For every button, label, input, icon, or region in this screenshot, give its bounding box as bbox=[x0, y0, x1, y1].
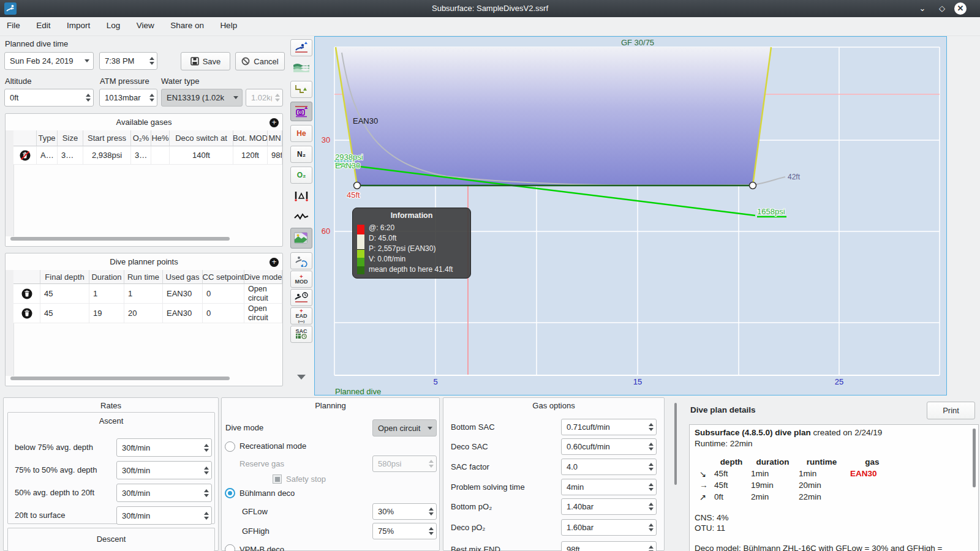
planner-handle[interactable] bbox=[750, 182, 756, 189]
gfhigh-spinner[interactable]: 75% bbox=[372, 523, 437, 539]
delete-point-button[interactable] bbox=[13, 304, 40, 323]
vpmb-deco-radio[interactable] bbox=[225, 544, 235, 551]
point-depth-cell[interactable]: 45 bbox=[40, 304, 89, 323]
menu-file[interactable]: File bbox=[0, 17, 27, 34]
diver-clock-icon bbox=[294, 291, 309, 304]
surface-waves-toggle[interactable] bbox=[290, 59, 312, 76]
deco-sac-spinner[interactable]: 0.60cuft/min bbox=[561, 438, 657, 455]
dive-mode-combobox[interactable]: Open circuit bbox=[372, 419, 437, 437]
menu-log[interactable]: Log bbox=[100, 17, 127, 34]
ruler-toggle[interactable] bbox=[290, 187, 312, 204]
toolbar-scroll-down[interactable] bbox=[293, 371, 310, 383]
rate-spinner-4[interactable]: 30ft/min bbox=[116, 506, 212, 525]
segment-gas: EAN30 bbox=[850, 469, 877, 478]
he-icon: He bbox=[296, 129, 306, 138]
ndl-toggle[interactable] bbox=[290, 289, 312, 306]
gas-o2-cell[interactable]: 3… bbox=[131, 146, 151, 165]
point-runtime-cell[interactable]: 1 bbox=[124, 284, 163, 304]
gas-deco-switch-cell[interactable]: 140ft bbox=[170, 146, 233, 165]
ead-icon: +EAD(•••) bbox=[295, 309, 307, 324]
segment-arrow-level: → bbox=[699, 481, 708, 490]
point-depth-cell[interactable]: 45 bbox=[40, 284, 89, 304]
o2-graph-toggle[interactable]: O₂ bbox=[290, 167, 312, 184]
ead-toggle[interactable]: +EAD(•••) bbox=[290, 307, 312, 324]
bottom-po2-spinner[interactable]: 1.40bar bbox=[561, 498, 657, 515]
gases-hscrollbar[interactable] bbox=[10, 237, 230, 241]
ascent-rate-toggle[interactable] bbox=[290, 39, 312, 56]
gas-start-press-cell[interactable]: 2,938psi bbox=[83, 146, 131, 165]
save-button[interactable]: Save bbox=[181, 52, 230, 70]
point-divemode-cell[interactable]: Open circuit bbox=[244, 304, 282, 323]
point-gas-cell[interactable]: EAN30 bbox=[163, 304, 203, 323]
menu-import[interactable]: Import bbox=[60, 17, 97, 34]
minimize-button[interactable]: ⌄ bbox=[916, 2, 929, 15]
maximize-button[interactable]: ◇ bbox=[936, 2, 948, 15]
delete-gas-button[interactable] bbox=[13, 146, 37, 165]
gas-size-cell[interactable]: 3… bbox=[58, 146, 83, 165]
atm-pressure-spinner[interactable]: 1013mbar bbox=[99, 89, 157, 107]
point-row: 45 19 20 EAN30 0 Open circuit bbox=[13, 304, 282, 323]
point-duration-cell[interactable]: 19 bbox=[89, 304, 124, 323]
menu-view[interactable]: View bbox=[130, 17, 161, 34]
atm-pressure-label: ATM pressure bbox=[100, 77, 149, 86]
gflow-spinner[interactable]: 30% bbox=[372, 503, 437, 520]
dive-date-combobox[interactable]: Sun Feb 24, 2019 bbox=[4, 52, 94, 70]
rate-label-4: 20ft to surface bbox=[15, 506, 65, 525]
heartrate-toggle[interactable] bbox=[290, 208, 312, 225]
col-bot-mod: Bot. MOD bbox=[233, 130, 268, 146]
print-button[interactable]: Print bbox=[927, 402, 975, 419]
sac-factor-spinner[interactable]: 4.0 bbox=[561, 459, 657, 475]
best-mix-end-spinner[interactable]: 98ft bbox=[561, 541, 657, 551]
setpoint-toggle-selected[interactable] bbox=[290, 102, 312, 121]
tooltip-speed: V: 0.0ft/min bbox=[369, 255, 405, 263]
rate-spinner-2[interactable]: 30ft/min bbox=[116, 461, 212, 479]
buhlmann-deco-radio-selected[interactable] bbox=[225, 488, 235, 498]
bottom-splitter-scrollbar[interactable] bbox=[674, 403, 677, 485]
col-used-gas: Used gas bbox=[163, 270, 203, 284]
point-row: 45 1 1 EAN30 0 Open circuit bbox=[13, 284, 282, 304]
deco-po2-spinner[interactable]: 1.60bar bbox=[561, 519, 657, 536]
water-type-combobox[interactable]: EN13319 (1.02k bbox=[161, 89, 243, 107]
rate-spinner-1[interactable]: 30ft/min bbox=[116, 438, 212, 457]
close-button[interactable]: ✕ bbox=[954, 2, 967, 15]
plan-vscrollbar[interactable] bbox=[973, 429, 976, 487]
rebreather-toggle[interactable] bbox=[290, 252, 312, 269]
dive-time-spinner[interactable]: 7:38 PM bbox=[99, 52, 157, 70]
point-setpoint-cell[interactable]: 0 bbox=[203, 284, 244, 304]
cancel-button[interactable]: Cancel bbox=[235, 52, 285, 70]
col-duration: Duration bbox=[89, 270, 124, 284]
rate-spinner-3[interactable]: 30ft/min bbox=[116, 484, 212, 502]
gas-type-cell[interactable]: A… bbox=[37, 146, 58, 165]
add-gas-button[interactable]: + bbox=[270, 118, 279, 127]
recreational-mode-radio[interactable] bbox=[225, 441, 235, 452]
point-duration-cell[interactable]: 1 bbox=[89, 284, 124, 304]
gas-row: A… 3… 2,938psi 3… 140ft 120ft 98f bbox=[13, 146, 282, 165]
planner-handle[interactable] bbox=[354, 182, 361, 189]
photos-toggle-selected[interactable] bbox=[290, 228, 312, 249]
problem-solving-time-spinner[interactable]: 4min bbox=[561, 479, 657, 495]
n2-icon: N₂ bbox=[297, 150, 306, 159]
bottom-sac-spinner[interactable]: 0.71cuft/min bbox=[561, 419, 657, 435]
menu-edit[interactable]: Edit bbox=[29, 17, 57, 34]
add-point-button[interactable]: + bbox=[270, 258, 279, 267]
point-setpoint-cell[interactable]: 0 bbox=[203, 304, 244, 323]
he-graph-toggle[interactable]: He bbox=[290, 125, 312, 142]
depth-tick-30: 30 bbox=[322, 135, 330, 144]
point-gas-cell[interactable]: EAN30 bbox=[163, 284, 203, 304]
sac-toggle[interactable]: SAC bbox=[290, 326, 312, 343]
mod-toggle[interactable]: +MOD bbox=[290, 271, 312, 288]
menu-share-on[interactable]: Share on bbox=[164, 17, 211, 34]
point-runtime-cell[interactable]: 20 bbox=[124, 304, 163, 323]
gas-bot-mod-cell[interactable]: 120ft bbox=[233, 146, 268, 165]
gas-he-cell[interactable] bbox=[151, 146, 170, 165]
menu-help[interactable]: Help bbox=[213, 17, 244, 34]
point-divemode-cell[interactable]: Open circuit bbox=[244, 284, 282, 304]
n2-graph-toggle[interactable]: N₂ bbox=[290, 146, 312, 163]
ceiling-toggle[interactable] bbox=[290, 81, 312, 98]
delete-point-button[interactable] bbox=[13, 284, 40, 304]
available-gases-panel: Available gases + Type Size Start press … bbox=[5, 113, 283, 247]
points-hscrollbar[interactable] bbox=[10, 377, 230, 380]
gas-mnd-cell[interactable]: 98f bbox=[268, 146, 282, 165]
spinner-arrows-icon bbox=[146, 57, 157, 65]
altitude-spinner[interactable]: 0ft bbox=[4, 89, 94, 107]
